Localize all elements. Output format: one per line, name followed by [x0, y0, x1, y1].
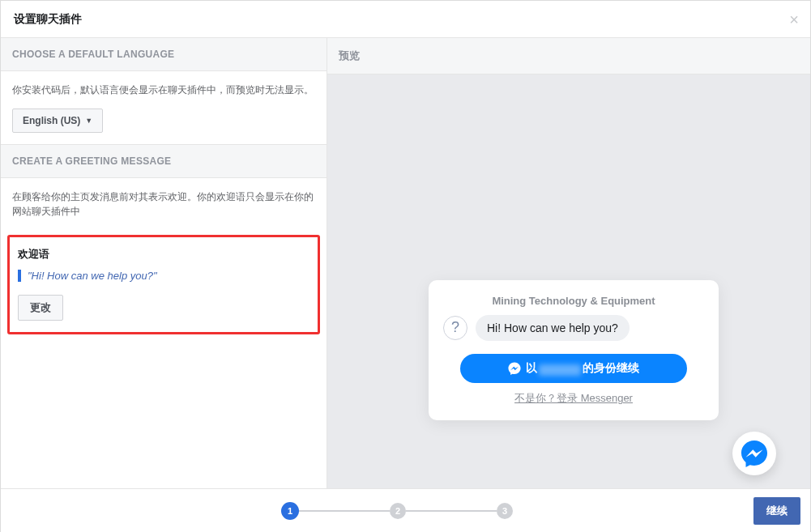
language-section-header: CHOOSE A DEFAULT LANGUAGE: [1, 38, 327, 71]
redacted-name: [539, 364, 581, 376]
not-you-link[interactable]: 不是你？登录 Messenger: [443, 391, 704, 406]
continue-button[interactable]: 继续: [753, 497, 800, 525]
greeting-highlight-box: 欢迎语 "Hi! How can we help you?" 更改: [7, 235, 320, 334]
greeting-preview-text: "Hi! How can we help you?": [18, 270, 309, 282]
language-dropdown[interactable]: English (US) ▼: [12, 109, 103, 133]
modal-footer: 1 2 3 继续: [1, 488, 810, 532]
settings-modal: 设置聊天插件 × CHOOSE A DEFAULT LANGUAGE 你安装代码…: [0, 0, 811, 532]
modal-body: CHOOSE A DEFAULT LANGUAGE 你安装代码后，默认语言便会显…: [1, 38, 810, 488]
caret-down-icon: ▼: [85, 117, 92, 125]
page-avatar-icon: ?: [443, 316, 467, 340]
modal-title: 设置聊天插件: [14, 12, 82, 27]
modal-header: 设置聊天插件 ×: [1, 1, 810, 38]
chat-greeting-bubble: Hi! How can we help you?: [476, 315, 630, 341]
greeting-description: 在顾客给你的主页发消息前对其表示欢迎。你的欢迎语只会显示在你的网站聊天插件中: [12, 189, 315, 219]
chat-widget-preview: Mining Technology & Equipment ? Hi! How …: [429, 280, 719, 420]
continue-prefix: 以: [526, 361, 537, 376]
close-icon[interactable]: ×: [789, 11, 799, 29]
preview-header: 预览: [327, 38, 810, 74]
language-selected: English (US): [23, 115, 80, 126]
change-greeting-button[interactable]: 更改: [18, 295, 63, 321]
messenger-icon: [508, 362, 521, 375]
greeting-section-body: 在顾客给你的主页发消息前对其表示欢迎。你的欢迎语只会显示在你的网站聊天插件中: [1, 178, 327, 235]
step-connector: [406, 510, 497, 512]
preview-panel: 预览 Mining Technology & Equipment ? Hi! H…: [327, 38, 810, 488]
progress-stepper: 1 2 3: [281, 502, 513, 520]
step-1[interactable]: 1: [281, 502, 299, 520]
continue-as-button[interactable]: 以 的身份继续: [460, 354, 687, 383]
language-section-body: 你安装代码后，默认语言便会显示在聊天插件中，而预览时无法显示。 English …: [1, 71, 327, 145]
messenger-icon: [741, 440, 768, 467]
greeting-section-header: CREATE A GREETING MESSAGE: [1, 145, 327, 178]
language-description: 你安装代码后，默认语言便会显示在聊天插件中，而预览时无法显示。: [12, 83, 315, 97]
greeting-label: 欢迎语: [18, 247, 309, 262]
step-3[interactable]: 3: [497, 503, 513, 519]
chat-greeting-row: ? Hi! How can we help you?: [443, 315, 704, 341]
step-connector: [299, 510, 390, 512]
messenger-fab[interactable]: [732, 432, 776, 475]
continue-suffix: 的身份继续: [583, 361, 639, 376]
chat-page-name: Mining Technology & Equipment: [443, 295, 704, 307]
settings-panel: CHOOSE A DEFAULT LANGUAGE 你安装代码后，默认语言便会显…: [1, 38, 327, 488]
step-2[interactable]: 2: [390, 503, 406, 519]
